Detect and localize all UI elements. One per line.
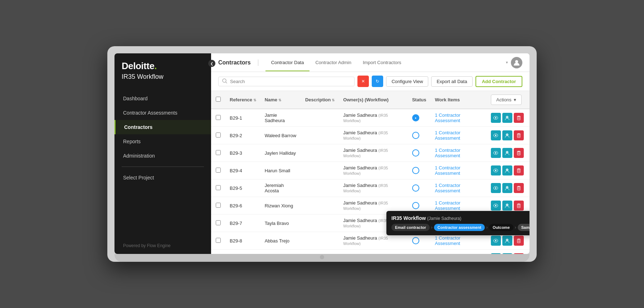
sidebar-item-contractors[interactable]: Contractors bbox=[114, 120, 211, 134]
row-checkbox[interactable] bbox=[216, 168, 221, 173]
delete-button[interactable] bbox=[514, 165, 524, 175]
sidebar-item-dashboard[interactable]: Dashboard bbox=[114, 91, 211, 106]
view-button[interactable] bbox=[491, 201, 501, 211]
view-button[interactable] bbox=[491, 183, 501, 193]
row-status bbox=[408, 250, 431, 254]
view-button[interactable] bbox=[491, 253, 501, 254]
assign-button[interactable] bbox=[502, 201, 512, 211]
delete-button[interactable] bbox=[514, 183, 524, 193]
work-items-link[interactable]: 1 Contractor Assessment bbox=[435, 200, 460, 211]
tab-contractor-admin[interactable]: Contractor Admin bbox=[309, 54, 357, 71]
status-icon-empty bbox=[412, 202, 419, 209]
step-arrow-2: › bbox=[486, 225, 488, 230]
refresh-button[interactable]: ↻ bbox=[372, 76, 383, 87]
view-button[interactable] bbox=[491, 236, 501, 246]
avatar[interactable] bbox=[511, 57, 522, 68]
step-arrow-3: › bbox=[515, 225, 516, 230]
tooltip-steps: Email contractor › Contractor assessment… bbox=[391, 224, 530, 231]
export-data-button[interactable]: Export all Data bbox=[431, 76, 472, 87]
tooltip-title: IR35 Workflow (Jamie Sadheura) bbox=[391, 215, 530, 221]
row-checkbox[interactable] bbox=[216, 238, 221, 243]
configure-view-button[interactable]: Configure View bbox=[386, 76, 428, 87]
assign-button[interactable] bbox=[502, 253, 512, 254]
svg-rect-20 bbox=[518, 133, 519, 134]
assign-button[interactable] bbox=[502, 165, 512, 175]
row-work-items: 1 Contractor Assessment bbox=[430, 179, 487, 197]
sidebar-item-contractor-assessments[interactable]: Contractor Assessments bbox=[114, 106, 211, 120]
clear-search-button[interactable]: ✕ bbox=[357, 76, 369, 87]
row-actions-cell bbox=[487, 127, 530, 144]
view-button[interactable] bbox=[491, 130, 501, 140]
work-items-link[interactable]: 1 Contractor Assessment bbox=[435, 235, 460, 246]
view-button[interactable] bbox=[491, 165, 501, 175]
assign-button[interactable] bbox=[502, 183, 512, 193]
toolbar: ✕ ↻ Configure View Export all Data Add C… bbox=[211, 72, 530, 91]
status-icon-empty bbox=[412, 132, 419, 139]
col-status: Status bbox=[408, 91, 431, 109]
sidebar: ❮ Deloitte. IR35 Workflow Dashboard Cont… bbox=[114, 53, 211, 254]
row-actions-cell bbox=[487, 179, 530, 197]
col-name[interactable]: Name bbox=[260, 91, 301, 109]
delete-button[interactable] bbox=[514, 148, 524, 158]
row-status bbox=[408, 127, 431, 144]
sidebar-toggle[interactable]: ❮ bbox=[208, 60, 215, 67]
work-items-link[interactable]: 1 Contractor Assessment bbox=[435, 112, 460, 123]
work-items-link[interactable]: 1 Contractor Assessment bbox=[435, 165, 460, 176]
assign-button[interactable] bbox=[502, 130, 512, 140]
sidebar-item-reports[interactable]: Reports bbox=[114, 134, 211, 149]
table-row: B29-4 Harun Small Jamie Sadheura (IR35 W… bbox=[211, 162, 530, 179]
assign-button[interactable] bbox=[502, 113, 512, 123]
col-owner: Owner(s) (Workflow) bbox=[339, 91, 408, 109]
row-description bbox=[301, 162, 339, 179]
work-items-link[interactable]: 1 Contractor Assessment bbox=[435, 253, 460, 254]
actions-dropdown-button[interactable]: Actions ▾ bbox=[491, 95, 522, 105]
sidebar-item-select-project[interactable]: Select Project bbox=[114, 170, 211, 185]
main-content: Contractors Contractor Data Contractor A… bbox=[211, 53, 530, 254]
work-items-link[interactable]: 1 Contractor Assessment bbox=[435, 130, 460, 141]
svg-rect-8 bbox=[517, 117, 520, 120]
col-reference[interactable]: Reference bbox=[225, 91, 260, 109]
select-all-checkbox[interactable] bbox=[216, 97, 221, 102]
svg-point-34 bbox=[495, 170, 497, 171]
work-items-link[interactable]: 1 Contractor Assessment bbox=[435, 148, 460, 158]
view-button[interactable] bbox=[491, 113, 501, 123]
row-reference: B29-9 bbox=[225, 250, 260, 254]
row-checkbox[interactable] bbox=[216, 115, 221, 120]
svg-rect-48 bbox=[517, 187, 520, 190]
sidebar-item-administration[interactable]: Administration bbox=[114, 149, 211, 163]
row-action-buttons bbox=[491, 130, 525, 140]
row-reference: B29-4 bbox=[225, 162, 260, 179]
row-owner: Jamie Sadheura (IR35 Workflow) bbox=[339, 127, 408, 144]
sidebar-nav: Dashboard Contractor Assessments Contrac… bbox=[114, 84, 211, 237]
assign-button[interactable] bbox=[502, 236, 512, 246]
row-checkbox[interactable] bbox=[216, 203, 221, 208]
tooltip-popup: IR35 Workflow (Jamie Sadheura) Email con… bbox=[386, 211, 530, 235]
col-description[interactable]: Description bbox=[301, 91, 339, 109]
tab-contractor-data[interactable]: Contractor Data bbox=[265, 54, 310, 71]
step-outcome: Outcome bbox=[489, 224, 513, 231]
row-checkbox[interactable] bbox=[216, 185, 221, 190]
row-checkbox[interactable] bbox=[216, 220, 221, 225]
svg-point-14 bbox=[495, 135, 497, 136]
delete-button[interactable] bbox=[514, 113, 524, 123]
work-items-link[interactable]: 1 Contractor Assessment bbox=[435, 183, 460, 193]
row-actions-cell bbox=[487, 109, 530, 127]
assign-button[interactable] bbox=[502, 148, 512, 158]
delete-button[interactable] bbox=[514, 236, 524, 246]
tab-import-contractors[interactable]: Import Contractors bbox=[357, 54, 407, 71]
delete-button[interactable] bbox=[514, 130, 524, 140]
svg-rect-10 bbox=[518, 116, 519, 116]
search-input[interactable] bbox=[230, 79, 351, 84]
row-checkbox[interactable] bbox=[216, 150, 221, 155]
svg-rect-60 bbox=[518, 203, 519, 204]
row-action-buttons bbox=[491, 183, 525, 193]
svg-point-74 bbox=[495, 240, 497, 241]
view-button[interactable] bbox=[491, 148, 501, 158]
delete-button[interactable] bbox=[514, 253, 524, 254]
row-action-buttons bbox=[491, 253, 525, 254]
row-checkbox[interactable] bbox=[216, 133, 221, 138]
row-action-buttons bbox=[491, 148, 525, 158]
row-reference: B29-7 bbox=[225, 215, 260, 232]
add-contractor-button[interactable]: Add Contractor bbox=[475, 76, 522, 87]
delete-button[interactable] bbox=[514, 201, 524, 211]
